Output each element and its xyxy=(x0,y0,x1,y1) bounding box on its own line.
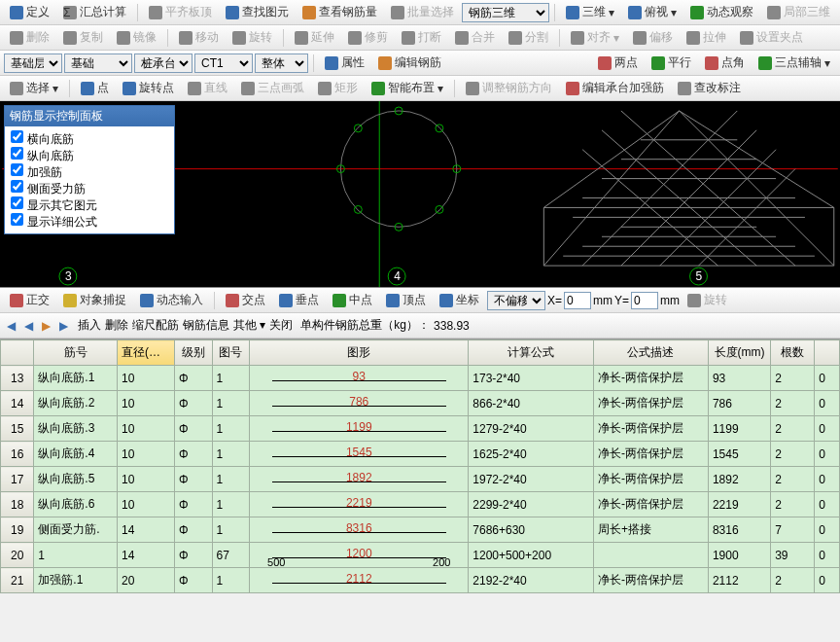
rotate-button[interactable]: 旋转 xyxy=(227,26,278,49)
table-row[interactable]: 19侧面受力筋.14Φ183167686+630周长+搭接831670 xyxy=(1,517,840,543)
nav-last[interactable]: ▶ xyxy=(56,319,70,333)
perp-button[interactable]: 垂点 xyxy=(273,289,325,311)
table-row[interactable]: 13纵向底筋.110Φ193173-2*40净长-两倍保护层9320 xyxy=(1,366,840,391)
rotpoint-button[interactable]: 旋转点 xyxy=(117,77,180,99)
col-7[interactable]: 公式描述 xyxy=(593,340,708,366)
finddwg-button[interactable]: 查找图元 xyxy=(220,1,295,23)
rebarinfo-button[interactable]: 钢筋信息 xyxy=(183,317,229,334)
grid-wrap[interactable]: 筋号直径(mm)级别图号图形计算公式公式描述长度(mm)根数 13纵向底筋.11… xyxy=(0,339,840,642)
move-button[interactable]: 移动 xyxy=(173,26,225,49)
table-row[interactable]: 15纵向底筋.310Φ111991279-2*40净长-两倍保护层119920 xyxy=(1,416,840,442)
threepoint-button[interactable]: 三点辅轴 ▾ xyxy=(752,52,836,74)
adjustdir-button[interactable]: 调整钢筋方向 xyxy=(460,77,558,99)
panel-item-5[interactable]: 显示详细公式 xyxy=(11,213,168,230)
dyninput-button[interactable]: 动态输入 xyxy=(134,289,209,311)
delete2-button[interactable]: 删除 xyxy=(105,317,128,334)
apex-button[interactable]: 顶点 xyxy=(380,289,432,311)
align-button[interactable]: 对齐 ▾ xyxy=(565,26,625,49)
panel-check-2[interactable] xyxy=(11,163,23,176)
rect-button[interactable]: 矩形 xyxy=(312,77,364,99)
flatboard-button[interactable]: 平齐板顶 xyxy=(143,1,218,23)
layer-select[interactable]: 基础层 xyxy=(4,54,62,73)
col-0[interactable] xyxy=(1,340,34,366)
panel-item-3[interactable]: 侧面受力筋 xyxy=(11,180,168,196)
viewport-3d[interactable]: 4 3 5 xyxy=(0,101,840,288)
col-9[interactable]: 根数 xyxy=(771,340,815,366)
arc3-button[interactable]: 三点画弧 xyxy=(235,77,310,99)
offset-button[interactable]: 偏移 xyxy=(627,26,679,49)
panel-check-3[interactable] xyxy=(11,180,23,193)
panel-item-0[interactable]: 横向底筋 xyxy=(11,130,168,147)
dynamic-button[interactable]: 动态观察 xyxy=(684,1,759,23)
editnote-button[interactable]: 查改标注 xyxy=(672,77,747,99)
table-row[interactable]: 18纵向底筋.610Φ122192299-2*40净长-两倍保护层221920 xyxy=(1,492,840,517)
split-button[interactable]: 分割 xyxy=(503,26,554,49)
intersect-button[interactable]: 交点 xyxy=(220,289,271,311)
view-dropdown[interactable]: 钢筋三维 xyxy=(462,3,549,22)
overlook-button[interactable]: 俯视 ▾ xyxy=(622,1,682,23)
break-button[interactable]: 打断 xyxy=(396,26,447,49)
col-8[interactable]: 长度(mm) xyxy=(708,340,770,366)
x-input[interactable] xyxy=(564,292,591,309)
y-input[interactable] xyxy=(631,292,658,309)
editbearing-button[interactable]: 编辑承台加强筋 xyxy=(560,77,670,99)
stretch-button[interactable]: 拉伸 xyxy=(681,26,732,49)
nav-first[interactable]: ◀ xyxy=(4,319,18,333)
editrebar-button[interactable]: 编辑钢筋 xyxy=(372,52,447,74)
objsnap-button[interactable]: 对象捕捉 xyxy=(57,289,132,311)
rotate2-button[interactable]: 旋转 xyxy=(682,289,733,311)
panel-item-1[interactable]: 纵向底筋 xyxy=(11,147,168,163)
offset-select[interactable]: 不偏移 xyxy=(487,291,545,310)
insert-button[interactable]: 插入 xyxy=(78,317,101,334)
col-5[interactable]: 图形 xyxy=(250,340,469,366)
local3d-button[interactable]: 局部三维 xyxy=(761,1,836,23)
mid-button[interactable]: 中点 xyxy=(327,289,378,311)
batchselect-button[interactable]: 批量选择 xyxy=(385,1,460,23)
mirror-button[interactable]: 镜像 xyxy=(111,26,162,49)
copy-button[interactable]: 复制 xyxy=(57,26,109,49)
twopoint-button[interactable]: 两点 xyxy=(592,52,644,74)
col-10[interactable] xyxy=(815,340,840,366)
smart-button[interactable]: 智能布置 ▾ xyxy=(366,77,449,99)
coord-button[interactable]: 坐标 xyxy=(434,289,485,311)
col-1[interactable]: 筋号 xyxy=(34,340,118,366)
nav-next[interactable]: ▶ xyxy=(39,319,52,333)
panel-check-1[interactable] xyxy=(11,147,23,160)
table-row[interactable]: 17纵向底筋.510Φ118921972-2*40净长-两倍保护层189220 xyxy=(1,467,840,492)
col-4[interactable]: 图号 xyxy=(212,340,250,366)
trim-button[interactable]: 修剪 xyxy=(342,26,394,49)
pointangle-button[interactable]: 点角 xyxy=(699,52,751,74)
mode-select[interactable]: 整体 xyxy=(255,54,308,73)
extend-button[interactable]: 延伸 xyxy=(289,26,340,49)
nav-prev[interactable]: ◀ xyxy=(21,319,35,333)
panel-item-2[interactable]: 加强筋 xyxy=(11,163,168,180)
panel-check-0[interactable] xyxy=(11,130,23,143)
close-button[interactable]: 关闭 xyxy=(269,317,293,334)
col-3[interactable]: 级别 xyxy=(175,340,213,366)
subcat-select[interactable]: 桩承台 xyxy=(134,54,192,73)
ortho-button[interactable]: 正交 xyxy=(4,289,55,311)
view3d-button[interactable]: 三维 ▾ xyxy=(560,1,620,23)
category-select[interactable]: 基础 xyxy=(64,54,132,73)
code-select[interactable]: CT1 xyxy=(194,54,253,73)
panel-check-5[interactable] xyxy=(11,213,23,226)
table-row[interactable]: 20114Φ6712005002001200+500+2001900390 xyxy=(1,543,840,568)
table-row[interactable]: 21加强筋.120Φ121122192-2*40净长-两倍保护层211220 xyxy=(1,568,840,593)
point-button[interactable]: 点 xyxy=(75,77,115,99)
scale-button[interactable]: 缩尺配筋 xyxy=(132,317,179,334)
table-row[interactable]: 16纵向底筋.410Φ115451625-2*40净长-两倍保护层154520 xyxy=(1,442,840,467)
line-button[interactable]: 直线 xyxy=(182,77,233,99)
panel-check-4[interactable] xyxy=(11,196,23,209)
define-button[interactable]: 定义 xyxy=(4,1,55,23)
parallel-button[interactable]: 平行 xyxy=(646,52,697,74)
col-6[interactable]: 计算公式 xyxy=(469,340,594,366)
attr-button[interactable]: 属性 xyxy=(319,52,370,74)
setclamp-button[interactable]: 设置夹点 xyxy=(734,26,809,49)
merge-button[interactable]: 合并 xyxy=(449,26,501,49)
col-2[interactable]: 直径(mm) xyxy=(118,340,175,366)
sumcalc-button[interactable]: Σ汇总计算 xyxy=(57,1,132,23)
panel-item-4[interactable]: 显示其它图元 xyxy=(11,196,168,213)
table-row[interactable]: 14纵向底筋.210Φ1786866-2*40净长-两倍保护层78620 xyxy=(1,391,840,416)
delete-button[interactable]: 删除 xyxy=(4,26,55,49)
viewrebar-button[interactable]: 查看钢筋量 xyxy=(297,1,383,23)
